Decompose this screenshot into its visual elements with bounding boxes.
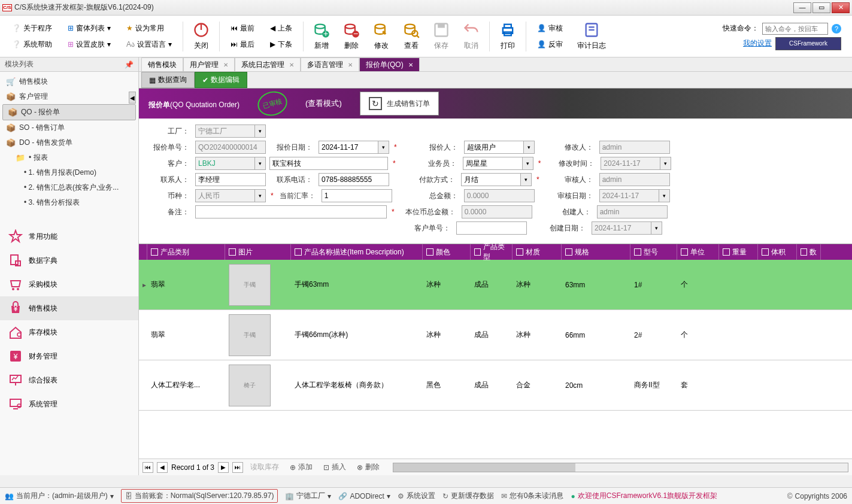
horizontal-scrollbar[interactable] xyxy=(393,463,848,472)
tree-do[interactable]: 📦DO - 销售发货单 xyxy=(0,135,138,150)
mod-stock[interactable]: 库存模块 xyxy=(0,320,138,344)
grid-row[interactable]: ▸ 翡翠 手镯 手镯63mm 冰种 成品 冰种 63mm 1# 个 xyxy=(139,260,852,310)
mysettings-link[interactable]: 我的设置 xyxy=(743,38,772,48)
mod-purchase[interactable]: 采购模块 xyxy=(0,272,138,296)
last-button[interactable]: ⏭最后 xyxy=(226,37,259,52)
close-icon[interactable]: ✕ xyxy=(289,62,294,68)
minimize-button[interactable]: — xyxy=(793,2,811,13)
audit-button[interactable]: 👤审核 xyxy=(532,21,568,36)
subtab-edit[interactable]: ✔数据编辑 xyxy=(195,72,247,88)
customer-code-input[interactable] xyxy=(195,157,255,170)
dropdown-icon[interactable]: ▾ xyxy=(651,221,662,235)
nav-next[interactable]: ▶ xyxy=(218,462,229,473)
setcommon-button[interactable]: ★设为常用 xyxy=(122,21,177,36)
help-icon[interactable]: ? xyxy=(832,24,841,34)
setlang-button[interactable]: Aა设置语言 ▾ xyxy=(122,37,177,52)
nav-first[interactable]: ⏮ xyxy=(142,462,153,473)
dropdown-icon[interactable]: ▾ xyxy=(255,125,266,138)
tab-syslog[interactable]: 系统日志管理✕ xyxy=(235,57,301,71)
tab-qo[interactable]: 报价单(QO)✕ xyxy=(359,57,420,71)
tree-qo[interactable]: 📦QO - 报价单 xyxy=(2,104,136,120)
phone-input[interactable] xyxy=(319,173,389,186)
col-weight[interactable]: 重量 xyxy=(719,244,758,260)
col-category[interactable]: 产品类别 xyxy=(147,244,225,260)
maximize-button[interactable]: ▭ xyxy=(812,2,830,13)
sb-refresh[interactable]: ↻更新缓存数据 xyxy=(442,491,494,501)
dropdown-icon[interactable]: ▾ xyxy=(660,157,671,170)
remark-input[interactable] xyxy=(195,205,387,218)
tab-user[interactable]: 用户管理✕ xyxy=(183,57,235,71)
dropdown-icon[interactable]: ▾ xyxy=(378,141,389,154)
col-volume[interactable]: 体积 xyxy=(758,244,797,260)
col-color[interactable]: 颜色 xyxy=(423,244,471,260)
tree-sales[interactable]: 🛒销售模块 xyxy=(0,74,138,89)
col-qty[interactable]: 数 xyxy=(797,244,821,260)
winlist-button[interactable]: ⊞窗体列表 ▾ xyxy=(63,21,116,36)
tree-so[interactable]: 📦SO - 销售订单 xyxy=(0,120,138,135)
col-desc[interactable]: 产品名称描述(Item Description) xyxy=(291,244,423,260)
col-spec[interactable]: 规格 xyxy=(562,244,630,260)
sb-messages[interactable]: ✉您有0条未读消息 xyxy=(501,491,564,501)
readstock-button[interactable]: 读取库存 xyxy=(247,462,283,472)
close-icon[interactable]: ✕ xyxy=(348,62,353,68)
sb-ado[interactable]: 🔗ADODirect ▾ xyxy=(338,492,390,500)
tree-report1[interactable]: • 1. 销售月报表(Demo) xyxy=(0,165,138,180)
mod-common[interactable]: 常用功能 xyxy=(0,224,138,248)
customer-name-input[interactable] xyxy=(269,157,388,170)
mod-dict[interactable]: 数据字典 xyxy=(0,248,138,272)
sb-factory[interactable]: 🏢宁德工厂 ▾ xyxy=(285,491,331,501)
mod-reports[interactable]: 综合报表 xyxy=(0,368,138,392)
collapse-sidebar-button[interactable]: ◀ xyxy=(129,92,136,104)
grid-row[interactable]: 人体工程学老... 椅子 人体工程学老板椅（商务款） 黑色 成品 合金 20cm… xyxy=(139,360,852,411)
nav-last[interactable]: ⏭ xyxy=(232,462,243,473)
pay-input[interactable] xyxy=(461,173,521,186)
close-button[interactable]: 关闭 xyxy=(187,19,216,53)
dropdown-icon[interactable]: ▾ xyxy=(523,157,533,170)
sb-user[interactable]: 👥当前用户：(admin-超级用户) ▾ xyxy=(5,491,114,501)
dropdown-icon[interactable]: ▾ xyxy=(255,189,266,202)
rate-input[interactable] xyxy=(322,189,392,202)
grid-insert-button[interactable]: ⊡插入 xyxy=(320,462,350,472)
mod-finance[interactable]: ¥财务管理 xyxy=(0,344,138,368)
tree-reports[interactable]: 📁• 报表 xyxy=(0,150,138,165)
print-button[interactable]: 打印 xyxy=(493,19,522,53)
prev-button[interactable]: ◀上条 xyxy=(265,21,297,36)
sales-input[interactable] xyxy=(463,157,523,170)
qo-date-input[interactable] xyxy=(319,141,378,154)
close-icon[interactable]: ✕ xyxy=(408,62,413,68)
view-button[interactable]: 查看 xyxy=(397,19,426,53)
auditlog-button[interactable]: 审计日志 xyxy=(571,19,612,53)
tree-customer[interactable]: 📦客户管理 xyxy=(0,89,138,104)
tree-report3[interactable]: • 3. 销售分析报表 xyxy=(0,195,138,210)
factory-input[interactable] xyxy=(195,125,255,138)
next-button[interactable]: ▶下条 xyxy=(265,37,297,52)
add-button[interactable]: +新增 xyxy=(307,19,336,53)
col-material[interactable]: 材质 xyxy=(513,244,562,260)
nav-prev[interactable]: ◀ xyxy=(157,462,168,473)
col-type[interactable]: 产品类型 xyxy=(471,244,513,260)
col-model[interactable]: 型号 xyxy=(630,244,677,260)
col-image[interactable]: 图片 xyxy=(225,244,291,260)
first-button[interactable]: ⏮最前 xyxy=(226,21,259,36)
close-window-button[interactable]: ✕ xyxy=(832,2,850,13)
save-button[interactable]: 保存 xyxy=(427,19,456,53)
sb-sysset[interactable]: ⚙系统设置 xyxy=(398,491,435,501)
cancel-button[interactable]: 取消 xyxy=(457,19,486,53)
tree-report2[interactable]: • 2. 销售汇总表(按客户,业务... xyxy=(0,180,138,195)
tab-sales[interactable]: 销售模块 xyxy=(141,57,183,71)
contact-input[interactable] xyxy=(195,173,266,186)
currency-input[interactable] xyxy=(195,189,255,202)
subtab-query[interactable]: ▦数据查询 xyxy=(141,72,195,88)
close-icon[interactable]: ✕ xyxy=(223,62,228,68)
grid-delete-button[interactable]: ⊗删除 xyxy=(353,462,383,472)
tab-lang[interactable]: 多语言管理✕ xyxy=(301,57,359,71)
dropdown-icon[interactable]: ▾ xyxy=(521,173,532,186)
quickcmd-input[interactable] xyxy=(762,23,828,35)
generate-so-button[interactable]: ↻生成销售订单 xyxy=(360,92,439,116)
dropdown-icon[interactable]: ▾ xyxy=(255,157,266,170)
col-unit[interactable]: 单位 xyxy=(677,244,719,260)
unaudit-button[interactable]: 👤反审 xyxy=(532,37,568,52)
syshelp-button[interactable]: ❔系统帮助 xyxy=(7,37,57,52)
mod-sales[interactable]: ¥销售模块 xyxy=(0,296,138,320)
grid-row[interactable]: 翡翠 手镯 手镯66mm(冰种) 冰种 成品 冰种 66mm 2# 个 xyxy=(139,310,852,360)
